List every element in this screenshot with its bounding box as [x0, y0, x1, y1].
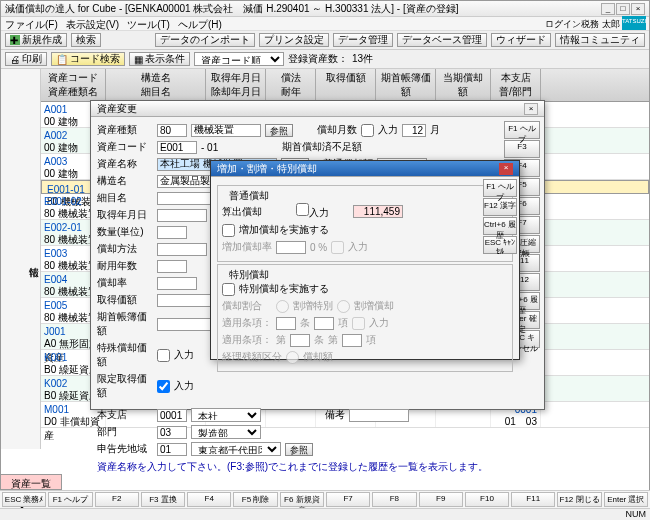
type-code-input[interactable] [157, 124, 187, 137]
normal-dep-group: 普通償却 算出償却入力 増加償却を実施する 増加償却率0 %入力 [217, 185, 513, 262]
dbmgr-button[interactable]: データベース管理 [397, 33, 487, 47]
side-tab[interactable]: 情報 [1, 69, 41, 449]
new-button[interactable]: ✚新規作成 [5, 33, 67, 47]
branch-select[interactable]: 本社 [191, 408, 261, 422]
branch-input[interactable] [157, 409, 187, 422]
qty-input[interactable] [157, 226, 187, 239]
fkey[interactable]: F4 [187, 492, 231, 507]
calc-input-check[interactable] [296, 203, 309, 216]
cond-button[interactable]: ▦表示条件 [129, 52, 190, 66]
d2-f12[interactable]: F12 漢字 [483, 198, 517, 216]
acq-date-input[interactable] [157, 209, 207, 222]
fkey[interactable]: F9 [419, 492, 463, 507]
printer-button[interactable]: プリンタ設定 [259, 33, 329, 47]
dep-method-input[interactable] [157, 243, 207, 256]
fkey[interactable]: F2 [95, 492, 139, 507]
f1-key[interactable]: F1 ヘルプ [504, 121, 540, 139]
fkey[interactable]: F7 [326, 492, 370, 507]
month-input-check[interactable] [361, 124, 374, 137]
inc-rate-input [276, 241, 306, 254]
datamgr-button[interactable]: データ管理 [333, 33, 393, 47]
print-button[interactable]: 🖨印刷 [5, 52, 47, 66]
minimize-button[interactable]: _ [601, 3, 615, 15]
fkey[interactable]: F6 新規資産 [280, 492, 324, 507]
fkey[interactable]: F12 閉じる [557, 492, 601, 507]
life-input[interactable] [157, 260, 187, 273]
f3-key[interactable]: F3 [504, 140, 540, 158]
function-bar: ESC 業務ﾒﾆｭF1 ヘルプF2F3 置換F4F5 削除F6 新規資産F7F8… [0, 490, 650, 508]
limit-input-check[interactable] [157, 380, 170, 393]
menu-help[interactable]: ヘルプ(H) [178, 18, 222, 29]
dept-select[interactable]: 製造部 [191, 425, 261, 439]
status-bar: NUM [0, 508, 650, 520]
code-search-button[interactable]: 📋コード検索 [51, 52, 125, 66]
sort-select[interactable]: 資産コード順 [194, 52, 284, 66]
book-input[interactable] [157, 318, 217, 331]
dialog1-title-bar: 資産変更 × [91, 101, 544, 117]
dialog1-close[interactable]: × [524, 103, 538, 115]
code-input[interactable] [157, 141, 197, 154]
fkey[interactable]: F11 [511, 492, 555, 507]
fkey[interactable]: F10 [465, 492, 509, 507]
toolbar-2: 🖨印刷 📋コード検索 ▦表示条件 資産コード順 登録資産数： 13件 [1, 50, 649, 69]
menu-tool[interactable]: ツール(T) [127, 18, 170, 29]
import-button[interactable]: データのインポート [155, 33, 255, 47]
hint-text: 資産名称を入力して下さい。(F3:参照)でこれまでに登録した履歴を一覧を表示しま… [97, 460, 538, 474]
fkey[interactable]: Enter 選択 [604, 492, 648, 507]
increase-check[interactable] [222, 224, 235, 237]
fkey[interactable]: F1 ヘルプ [48, 492, 92, 507]
d2-esc[interactable]: ESC ｷｬﾝｾﾙ [483, 236, 517, 254]
menu-file[interactable]: ファイル(F) [5, 18, 58, 29]
maximize-button[interactable]: □ [616, 3, 630, 15]
memo-input[interactable] [349, 409, 409, 422]
price-input[interactable] [157, 294, 217, 307]
ref-button[interactable]: 参照 [265, 124, 293, 137]
grid-header: 資産コード資産種類名 構造名細目名 取得年月日除却年月日 償法耐年 取得価額 期… [41, 69, 649, 102]
fkey[interactable]: F8 [372, 492, 416, 507]
count-value: 13件 [352, 52, 373, 66]
special-check[interactable] [222, 283, 235, 296]
fkey[interactable]: ESC 業務ﾒﾆｭ [2, 492, 46, 507]
calc-value-input[interactable] [353, 205, 403, 218]
bottom-tabs: 資産一覧 [0, 474, 62, 490]
community-button[interactable]: 情報コミュニティ [555, 33, 645, 47]
menu-view[interactable]: 表示設定(V) [66, 18, 119, 29]
dialog2-title-bar: 増加・割増・特別償却 × [211, 161, 519, 177]
dialog2-close[interactable]: × [499, 163, 513, 175]
type-name-input[interactable] [191, 124, 261, 137]
sp-input-check[interactable] [157, 349, 170, 362]
fkey[interactable]: F3 置換 [141, 492, 185, 507]
dept-input[interactable] [157, 426, 187, 439]
d2-f1[interactable]: F1 ヘルプ [483, 179, 517, 197]
special-dep-dialog: 増加・割増・特別償却 × 普通償却 算出償却入力 増加償却を実施する 増加償却率… [210, 160, 520, 360]
special-dep-group: 特別償却 特別償却を実施する 償却割合割増特別割増償却 適用条項：条項入力 適用… [217, 264, 513, 372]
loc-input[interactable] [157, 443, 187, 456]
count-label: 登録資産数： [288, 52, 348, 66]
logo: TATSUZI [622, 16, 646, 30]
wizard-button[interactable]: ウィザード [491, 33, 551, 47]
d2-ctrl[interactable]: Ctrl+6 履歴 [483, 217, 517, 235]
window-title: 減価償却の達人 for Cube - [GENKA00001 株式会社 減価 H… [5, 2, 600, 16]
fkey[interactable]: F5 削除 [233, 492, 277, 507]
login-user: ログイン税務 太郎 [545, 18, 620, 31]
rate-input[interactable] [157, 277, 197, 290]
loc-select[interactable]: 東京都千代田区 [191, 442, 281, 456]
close-button[interactable]: × [631, 3, 645, 15]
month-input[interactable] [402, 124, 426, 137]
tab-asset-list[interactable]: 資産一覧 [0, 474, 62, 490]
window-title-bar: 減価償却の達人 for Cube - [GENKA00001 株式会社 減価 H… [1, 1, 649, 17]
search-button[interactable]: 検索 [71, 33, 101, 47]
toolbar-1: ✚新規作成 検索 データのインポート プリンタ設定 データ管理 データベース管理… [1, 31, 649, 50]
